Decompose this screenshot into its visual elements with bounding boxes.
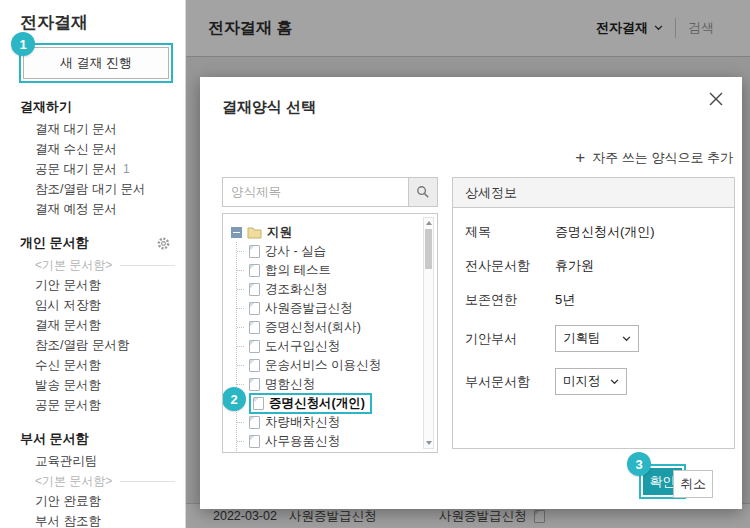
tree-item[interactable]: 경조화신청: [237, 280, 419, 299]
tree-item-label: 차량배차신청: [265, 414, 340, 431]
tree-folder-label: 근태: [267, 452, 292, 453]
dept-default-box-divider: <기본 문서함>: [0, 471, 185, 491]
sidebar-item-official-box[interactable]: 공문 문서함: [0, 395, 185, 415]
cancel-button[interactable]: 취소: [673, 470, 713, 498]
tree-folder-support[interactable]: 지원: [231, 223, 419, 242]
document-icon: [253, 397, 264, 410]
chevron-down-icon: [610, 379, 619, 385]
sidebar-item-send-box[interactable]: 발송 문서함: [0, 375, 185, 395]
gear-icon[interactable]: [156, 236, 171, 251]
tree-item-label: 경조화신청: [265, 281, 328, 298]
document-icon: [249, 378, 260, 391]
detail-label: 부서문서함: [465, 373, 555, 391]
sidebar: 전자결재 1 새 결재 진행 결재하기 결재 대기 문서 결재 수신 문서 공문…: [0, 0, 186, 528]
app-title: 전자결재: [20, 11, 185, 34]
detail-value: 5년: [555, 291, 575, 309]
detail-label: 전사문서함: [465, 257, 555, 275]
default-box-divider: <기본 문서함>: [0, 255, 185, 275]
tree-scrollbar[interactable]: [423, 217, 434, 449]
tree-item[interactable]: 합의 테스트: [237, 261, 419, 280]
sidebar-item-edu-team[interactable]: 교육관리팀: [0, 451, 185, 471]
form-select-dialog: 결재양식 선택 + 자주 쓰는 양식으로 추가 지원 강사 - 실습 합의 테스…: [200, 77, 742, 509]
form-tree-panel: 지원 강사 - 실습 합의 테스트 경조화신청 사원증발급신청 증명신청서(회사…: [222, 213, 438, 453]
sidebar-item-receive-box[interactable]: 수신 문서함: [0, 355, 185, 375]
annotation-badge-2: 2: [222, 387, 246, 411]
sidebar-item-dept-reference-box[interactable]: 부서 참조함: [0, 511, 185, 528]
sidebar-item-reference-box[interactable]: 참조/열람 문서함: [0, 335, 185, 355]
detail-panel-header: 상세정보: [453, 178, 734, 208]
tree-item[interactable]: 차량배차신청: [237, 413, 419, 432]
form-search-input[interactable]: [223, 178, 408, 206]
plus-icon: +: [575, 148, 585, 168]
section-dept-label: 부서 문서함: [20, 429, 89, 449]
tree-item-label: 운송서비스 이용신청: [265, 357, 381, 374]
tree-item-label: 증명신청서(회사): [265, 319, 361, 336]
tree-item-label: 사무용품신청: [265, 433, 340, 450]
add-favorite-label: 자주 쓰는 양식으로 추가: [592, 149, 733, 167]
tree-item-label: 증명신청서(개인): [269, 395, 365, 412]
annotation-badge-3: 3: [627, 452, 651, 476]
sidebar-item-scheduled-docs[interactable]: 결재 예정 문서: [0, 199, 185, 219]
tree-item[interactable]: 운송서비스 이용신청: [237, 356, 419, 375]
doc-count-badge: 1: [123, 162, 130, 176]
tree-item-selected[interactable]: 2 증명신청서(개인): [237, 394, 419, 413]
document-icon: [249, 340, 260, 353]
tree-item[interactable]: 도서구입신청: [237, 337, 419, 356]
sidebar-item-draft-complete-box[interactable]: 기안 완료함: [0, 491, 185, 511]
chevron-down-icon: [622, 336, 631, 342]
add-favorite-form-link[interactable]: + 자주 쓰는 양식으로 추가: [575, 148, 733, 168]
sidebar-item-waiting-docs[interactable]: 결재 대기 문서: [0, 119, 185, 139]
sidebar-item-official-waiting[interactable]: 공문 대기 문서1: [0, 159, 185, 179]
tree-item-label: 사원증발급신청: [265, 300, 353, 317]
sidebar-item-draft-box[interactable]: 기안 문서함: [0, 275, 185, 295]
dialog-title: 결재양식 선택: [222, 98, 316, 117]
detail-label: 보존연한: [465, 291, 555, 309]
tree-item-label: 도서구입신청: [265, 338, 340, 355]
scroll-up-icon[interactable]: [424, 218, 433, 228]
scroll-down-icon[interactable]: [424, 438, 433, 448]
detail-value: 증명신청서(개인): [555, 223, 655, 241]
section-approve-label: 결재하기: [20, 97, 72, 117]
new-approval-button[interactable]: 새 결재 진행: [23, 47, 169, 79]
detail-row-title: 제목 증명신청서(개인): [465, 223, 722, 241]
form-search-box: [222, 177, 438, 207]
sidebar-item-temp-box[interactable]: 임시 저장함: [0, 295, 185, 315]
detail-panel: 상세정보 제목 증명신청서(개인) 전사문서함 휴가원 보존연한 5년 기안부서…: [452, 177, 735, 449]
search-button[interactable]: [408, 178, 437, 206]
dept-default-box-label: <기본 문서함>: [35, 471, 112, 491]
section-personal-label: 개인 문서함: [20, 233, 89, 253]
sidebar-item-reference-waiting[interactable]: 참조/열람 대기 문서: [0, 179, 185, 199]
tree-item[interactable]: 사원증발급신청: [237, 299, 419, 318]
section-dept-box: 부서 문서함: [20, 429, 171, 449]
scrollbar-thumb[interactable]: [425, 229, 432, 269]
tree-item[interactable]: 증명신청서(회사): [237, 318, 419, 337]
detail-label: 기안부서: [465, 330, 555, 348]
select-value: 기획팀: [563, 330, 601, 347]
new-approval-annotation: 1 새 결재 진행: [19, 43, 173, 83]
sidebar-item-approval-box[interactable]: 결재 문서함: [0, 315, 185, 335]
tree-folder-attendance[interactable]: 근태: [231, 451, 419, 453]
search-icon: [416, 185, 430, 199]
document-icon: [249, 435, 260, 448]
sidebar-item-label: 공문 대기 문서: [35, 162, 117, 176]
divider-line: [120, 481, 175, 482]
section-personal-box: 개인 문서함: [20, 233, 171, 253]
section-approve: 결재하기: [20, 97, 171, 117]
detail-row-retention: 보존연한 5년: [465, 291, 722, 309]
collapse-icon[interactable]: [231, 227, 242, 238]
detail-row-company-box: 전사문서함 휴가원: [465, 257, 722, 275]
draft-dept-select[interactable]: 기획팀: [555, 325, 639, 352]
detail-label: 제목: [465, 223, 555, 241]
sidebar-item-received-docs[interactable]: 결재 수신 문서: [0, 139, 185, 159]
close-icon[interactable]: [707, 90, 725, 108]
tree-item[interactable]: 사무용품신청: [237, 432, 419, 451]
tree-item[interactable]: 강사 - 실습: [237, 242, 419, 261]
tree-item[interactable]: 명함신청: [237, 375, 419, 394]
tree-folder-label: 지원: [267, 224, 292, 241]
tree-item-label: 명함신청: [265, 376, 315, 393]
dept-box-select[interactable]: 미지정: [555, 368, 627, 395]
select-value: 미지정: [563, 373, 601, 390]
folder-icon: [247, 226, 262, 239]
selected-form-annotation: 2 증명신청서(개인): [249, 393, 372, 414]
detail-row-draft-dept: 기안부서 기획팀: [465, 325, 722, 352]
